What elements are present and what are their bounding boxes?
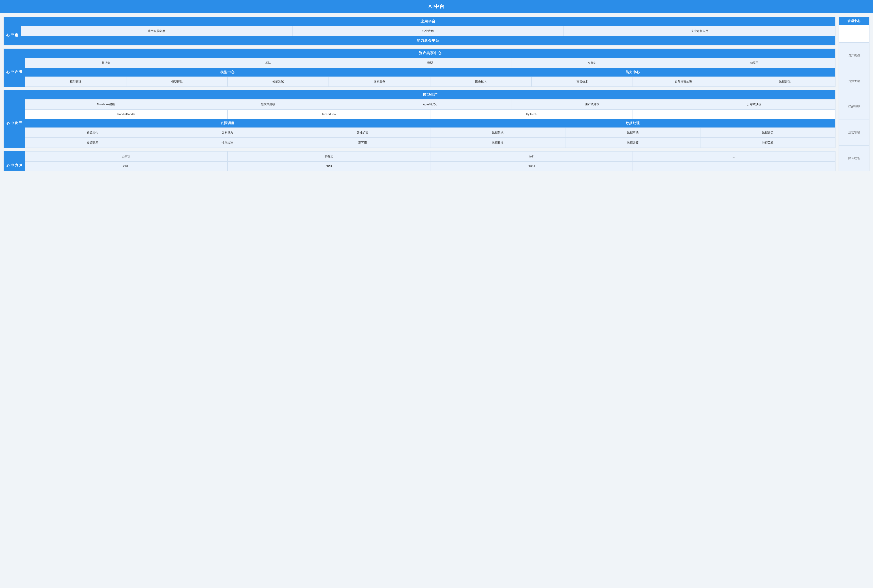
ability-speech[interactable]: 语音技术 bbox=[531, 76, 633, 87]
management-center-panel: 管理中心 bbox=[838, 17, 870, 43]
model-center-half: 模型中心 模型管理 模型评估 性能测试 发布服务 bbox=[25, 68, 430, 87]
res-schedule[interactable]: 资源调度 bbox=[25, 138, 160, 148]
app-industry[interactable]: 行业应用 bbox=[292, 26, 564, 36]
resource-manage-panel[interactable]: 资源管理 bbox=[838, 68, 870, 94]
asset-center-section: 资产中心 资产共享中心 数据集 算法 模型 AI能力 AI应用 模型中心 bbox=[3, 48, 836, 87]
asset-dataset[interactable]: 数据集 bbox=[25, 58, 187, 68]
data-processing-half: 数据处理 数据集成 数据清洗 数据分类 数据标注 数据计算 特征工程 bbox=[430, 119, 835, 148]
data-compute[interactable]: 数据计算 bbox=[565, 138, 700, 148]
data-row1: 数据集成 数据清洗 数据分类 bbox=[430, 128, 835, 138]
account-perm-label: 账号权限 bbox=[839, 146, 869, 171]
iot[interactable]: IoT bbox=[430, 151, 633, 162]
public-cloud[interactable]: 公有云 bbox=[25, 151, 228, 162]
prod-row1: Notebook建模 拖拽式建模 AutoML/DL 生产线建模 分布式训练 bbox=[25, 99, 835, 110]
data-processing-banner: 数据处理 bbox=[430, 119, 835, 128]
model-perf[interactable]: 性能测试 bbox=[228, 76, 329, 87]
compute-row1: 公有云 私有云 IoT ...... bbox=[25, 151, 835, 162]
ability-platform-banner: 能力聚会平台 bbox=[21, 36, 835, 45]
compute-center-body: 公有云 私有云 IoT ...... CPU GPU FPGA ...... bbox=[25, 151, 835, 171]
prod-row2: PaddiePaddle TensorFlow PyTorch ...... bbox=[25, 110, 835, 119]
app-platform-banner: 应用平台 bbox=[21, 17, 835, 26]
model-eval[interactable]: 模型评估 bbox=[126, 76, 228, 87]
elastic-expand[interactable]: 弹性扩容 bbox=[295, 128, 430, 138]
right-sidebar: 管理中心 资产视图 资源管理 运维管理 运营管理 账号权限 bbox=[838, 17, 870, 171]
compute-center-section: 算力中心 公有云 私有云 IoT ...... CPU GPU FPGA ...… bbox=[3, 151, 836, 171]
dev-center-section: 开发中心 模型生产 Notebook建模 拖拽式建模 AutoML/DL 生产线… bbox=[3, 90, 836, 148]
pytorch[interactable]: PyTorch bbox=[430, 110, 633, 119]
asset-algorithm[interactable]: 算法 bbox=[187, 58, 349, 68]
asset-view-panel[interactable]: 资产视图 bbox=[838, 43, 870, 68]
assets-row: 数据集 算法 模型 AI能力 AI应用 bbox=[25, 58, 835, 68]
automl[interactable]: AutoML/DL bbox=[349, 99, 511, 110]
compute-center-label: 算力中心 bbox=[4, 151, 25, 171]
app-center-section: 应用中心 应用平台 通用场景应用 行业应用 企业定制应用 能力聚会平台 bbox=[3, 17, 836, 45]
res-data-split: 资源调度 资源池化 异构算力 弹性扩容 资源调度 性能加速 高可用 bbox=[25, 119, 835, 148]
data-integration[interactable]: 数据集成 bbox=[430, 128, 565, 138]
resource-schedule-banner: 资源调度 bbox=[25, 119, 430, 128]
tensorflow[interactable]: TensorFlow bbox=[228, 110, 430, 119]
high-avail[interactable]: 高可用 bbox=[295, 138, 430, 148]
dev-center-label: 开发中心 bbox=[4, 90, 25, 148]
resource-manage-label: 资源管理 bbox=[839, 68, 869, 94]
more-cloud: ...... bbox=[633, 151, 835, 162]
res-row2: 资源调度 性能加速 高可用 bbox=[25, 138, 430, 148]
model-manage[interactable]: 模型管理 bbox=[25, 76, 126, 87]
fpga[interactable]: FPGA bbox=[430, 162, 633, 171]
perf-accel[interactable]: 性能加速 bbox=[160, 138, 295, 148]
asset-center-body: 资产共享中心 数据集 算法 模型 AI能力 AI应用 模型中心 模型管理 bbox=[25, 49, 835, 87]
model-production-banner: 模型生产 bbox=[25, 90, 835, 99]
private-cloud[interactable]: 私有云 bbox=[228, 151, 430, 162]
dev-center-body: 模型生产 Notebook建模 拖拽式建模 AutoML/DL 生产线建模 分布… bbox=[25, 90, 835, 148]
ability-center-banner: 能力中心 bbox=[430, 68, 835, 76]
data-clean[interactable]: 数据清洗 bbox=[565, 128, 700, 138]
model-ability-split: 模型中心 模型管理 模型评估 性能测试 发布服务 能力中心 bbox=[25, 68, 835, 87]
res-pool[interactable]: 资源池化 bbox=[25, 128, 160, 138]
app-center-body: 应用平台 通用场景应用 行业应用 企业定制应用 能力聚会平台 bbox=[21, 17, 835, 45]
management-center-header: 管理中心 bbox=[839, 17, 869, 26]
ability-items-row: 图像技术 语音技术 自然语言处理 数据智能 bbox=[430, 76, 835, 87]
distributed-train[interactable]: 分布式训练 bbox=[673, 99, 835, 110]
asset-view-label: 资产视图 bbox=[839, 43, 869, 68]
app-center-label: 应用中心 bbox=[4, 17, 21, 45]
hetero-compute[interactable]: 异构算力 bbox=[160, 128, 295, 138]
operation-manage-label: 运营管理 bbox=[839, 120, 869, 146]
resource-schedule-half: 资源调度 资源池化 异构算力 弹性扩容 资源调度 性能加速 高可用 bbox=[25, 119, 430, 148]
model-center-banner: 模型中心 bbox=[25, 68, 430, 76]
cpu[interactable]: CPU bbox=[25, 162, 228, 171]
ops-manage-panel[interactable]: 运维管理 bbox=[838, 94, 870, 120]
more-compute: ...... bbox=[633, 162, 835, 171]
asset-model[interactable]: 模型 bbox=[349, 58, 511, 68]
model-publish[interactable]: 发布服务 bbox=[329, 76, 430, 87]
account-perm-panel[interactable]: 账号权限 bbox=[838, 146, 870, 171]
drag-model[interactable]: 拖拽式建模 bbox=[187, 99, 349, 110]
ability-data-intel[interactable]: 数据智能 bbox=[734, 76, 835, 87]
ops-manage-label: 运维管理 bbox=[839, 94, 869, 120]
model-items-row: 模型管理 模型评估 性能测试 发布服务 bbox=[25, 76, 430, 87]
pipeline-model[interactable]: 生产线建模 bbox=[511, 99, 674, 110]
data-classify[interactable]: 数据分类 bbox=[700, 128, 835, 138]
apps-row: 通用场景应用 行业应用 企业定制应用 bbox=[21, 26, 835, 36]
compute-row2: CPU GPU FPGA ...... bbox=[25, 162, 835, 171]
ability-image[interactable]: 图像技术 bbox=[430, 76, 531, 87]
app-general[interactable]: 通用场景应用 bbox=[21, 26, 292, 36]
data-row2: 数据标注 数据计算 特征工程 bbox=[430, 138, 835, 148]
more-frameworks: ...... bbox=[633, 110, 835, 119]
res-row1: 资源池化 异构算力 弹性扩容 bbox=[25, 128, 430, 138]
gpu[interactable]: GPU bbox=[228, 162, 430, 171]
data-label[interactable]: 数据标注 bbox=[430, 138, 565, 148]
asset-ai-ability[interactable]: AI能力 bbox=[511, 58, 674, 68]
feature-eng[interactable]: 特征工程 bbox=[700, 138, 835, 148]
app-enterprise[interactable]: 企业定制应用 bbox=[564, 26, 835, 36]
asset-center-label: 资产中心 bbox=[4, 49, 25, 87]
top-header: AI中台 bbox=[0, 0, 873, 13]
notebook[interactable]: Notebook建模 bbox=[25, 99, 187, 110]
ability-nlp[interactable]: 自然语言处理 bbox=[633, 76, 734, 87]
paddle[interactable]: PaddiePaddle bbox=[25, 110, 228, 119]
asset-share-banner: 资产共享中心 bbox=[25, 49, 835, 58]
asset-ai-app[interactable]: AI应用 bbox=[673, 58, 835, 68]
ability-center-half: 能力中心 图像技术 语音技术 自然语言处理 数据智能 bbox=[430, 68, 835, 87]
operation-manage-panel[interactable]: 运营管理 bbox=[838, 120, 870, 146]
